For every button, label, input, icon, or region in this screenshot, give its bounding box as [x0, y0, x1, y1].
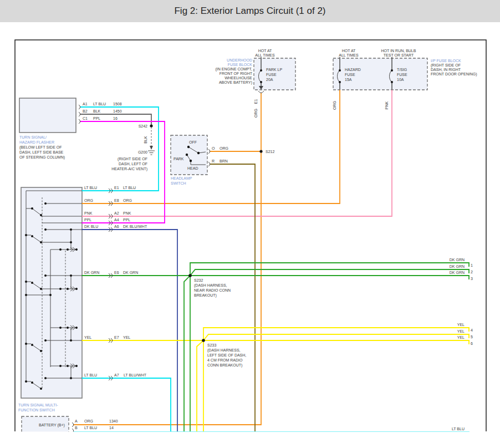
svg-text:E1: E1 — [254, 99, 258, 104]
svg-text:HAZARD: HAZARD — [345, 68, 361, 72]
svg-text:PNK: PNK — [84, 211, 93, 215]
svg-text:BREAKOUT): BREAKOUT) — [194, 293, 217, 298]
svg-text:YEL: YEL — [457, 335, 465, 339]
svg-text:LEFT SIDE OF DASH,: LEFT SIDE OF DASH, — [207, 353, 246, 357]
svg-text:PARK LP: PARK LP — [266, 68, 282, 72]
wiring-diagram: HOT AT ALL TIMES UNDERHOOD FUSE BLOCK (I… — [0, 0, 500, 448]
svg-text:DK BLU/WHT: DK BLU/WHT — [123, 225, 147, 228]
svg-text:20A: 20A — [266, 78, 273, 82]
svg-text:15A: 15A — [345, 78, 352, 82]
svg-text:BRN: BRN — [220, 159, 228, 163]
svg-text:TURN SIGNAL/: TURN SIGNAL/ — [19, 135, 47, 139]
svg-text:4: 4 — [471, 328, 473, 332]
svg-text:A7: A7 — [114, 373, 119, 377]
svg-text:HEADLAMP: HEADLAMP — [171, 176, 192, 180]
svg-text:4 CM FROM RADIO: 4 CM FROM RADIO — [207, 358, 243, 362]
svg-text:ORG: ORG — [333, 101, 336, 110]
svg-text:DASH, LEFT SIDE BASE: DASH, LEFT SIDE BASE — [19, 150, 64, 154]
svg-text:ALL TIMES: ALL TIMES — [339, 53, 359, 57]
svg-text:SWITCH: SWITCH — [171, 181, 186, 185]
svg-text:DASH, LEFT OF: DASH, LEFT OF — [119, 162, 147, 166]
svg-text:S242: S242 — [139, 124, 147, 128]
flasher-box — [19, 98, 76, 133]
svg-text:LT BLU: LT BLU — [84, 373, 97, 377]
svg-text:ORG: ORG — [84, 198, 93, 202]
svg-text:S233: S233 — [207, 343, 216, 347]
wire-dkgrn-down1 — [184, 276, 190, 431]
svg-text:1450: 1450 — [113, 109, 122, 113]
svg-text:6: 6 — [471, 342, 473, 345]
svg-text:CONN BREAKOUT): CONN BREAKOUT) — [207, 363, 242, 368]
svg-text:14: 14 — [109, 426, 114, 430]
svg-text:A6: A6 — [114, 225, 119, 228]
wire-ppl-c1-a4 — [81, 121, 165, 223]
ground-g200-symbol — [148, 146, 155, 155]
svg-text:PPL: PPL — [93, 116, 100, 120]
svg-text:LT BLU: LT BLU — [93, 102, 106, 106]
svg-text:WHEELHOUSE: WHEELHOUSE — [225, 76, 252, 80]
wire-yel-branch2 — [203, 334, 469, 340]
svg-text:G200: G200 — [138, 150, 147, 154]
svg-text:(BELOW LEFT SIDE OF: (BELOW LEFT SIDE OF — [19, 145, 62, 150]
splice-s232-dot — [188, 274, 192, 277]
svg-text:(DASH HARNESS,: (DASH HARNESS, — [194, 283, 227, 288]
svg-text:R: R — [212, 159, 215, 163]
svg-text:(DASH HARNESS,: (DASH HARNESS, — [207, 348, 241, 353]
svg-text:HAZARD FLASHER: HAZARD FLASHER — [19, 140, 54, 144]
svg-text:HOT AT: HOT AT — [342, 49, 356, 53]
svg-text:C1: C1 — [83, 116, 88, 120]
wire-ltblu-a1-e1 — [81, 107, 159, 191]
svg-text:OF STEERING COLUMN): OF STEERING COLUMN) — [19, 155, 65, 160]
svg-text:YEL: YEL — [457, 329, 465, 333]
svg-text:PNK: PNK — [385, 101, 389, 109]
svg-text:FUNCTION SWITCH: FUNCTION SWITCH — [18, 408, 55, 412]
svg-text:1340: 1340 — [109, 419, 118, 423]
svg-text:DK GRN: DK GRN — [450, 264, 465, 268]
svg-text:2: 2 — [471, 270, 473, 274]
svg-text:3: 3 — [471, 277, 473, 281]
splice-s242-dot — [150, 124, 152, 127]
wire-org-main — [74, 93, 261, 425]
wire-yel-down1 — [197, 340, 203, 431]
svg-text:ORG: ORG — [123, 198, 132, 202]
svg-text:LT BLU/WHT: LT BLU/WHT — [124, 373, 147, 377]
wire-dkblu-a6 — [82, 230, 177, 431]
svg-text:HOT IN RUN, BULB: HOT IN RUN, BULB — [381, 49, 416, 53]
svg-text:TEST OR START: TEST OR START — [384, 53, 414, 57]
svg-text:YEL: YEL — [123, 335, 130, 339]
svg-text:10A: 10A — [397, 78, 404, 82]
svg-text:E6: E6 — [114, 271, 119, 274]
svg-text:FUSE: FUSE — [397, 73, 407, 77]
svg-text:ALL TIMES: ALL TIMES — [255, 53, 275, 57]
bottom-cutoff — [0, 432, 500, 448]
svg-text:LT BLU: LT BLU — [84, 426, 97, 430]
svg-text:YEL: YEL — [84, 335, 91, 339]
svg-text:LT BLU: LT BLU — [452, 427, 465, 431]
svg-text:ABOVE BATTERY): ABOVE BATTERY) — [219, 80, 252, 85]
svg-text:B: B — [75, 426, 78, 430]
svg-text:HEAD: HEAD — [187, 166, 198, 170]
svg-text:B2: B2 — [83, 109, 88, 113]
wire-ltblu-a7 — [82, 378, 171, 431]
svg-text:FRONT OF RIGHT: FRONT OF RIGHT — [220, 72, 253, 75]
svg-text:S212: S212 — [266, 150, 274, 154]
svg-text:E1: E1 — [114, 186, 119, 190]
wire-brn-headlamp — [211, 164, 255, 431]
svg-text:FUSE: FUSE — [266, 73, 277, 77]
svg-text:(IN ENGINE COMPT,: (IN ENGINE COMPT, — [215, 67, 252, 72]
splice-s212-dot — [259, 150, 262, 152]
svg-text:LT BLU: LT BLU — [84, 186, 97, 190]
svg-text:FUSE: FUSE — [345, 73, 355, 77]
wire-pnk-tsig — [82, 90, 392, 216]
svg-text:DK GRN: DK GRN — [123, 271, 138, 274]
svg-text:ORG: ORG — [84, 419, 93, 423]
ground-labels: S242 BLK G200 (RIGHT SIDE OF DASH, LEFT … — [111, 124, 147, 171]
svg-text:YEL: YEL — [457, 323, 465, 327]
svg-text:DK GRN: DK GRN — [84, 271, 99, 274]
connector-female-icon — [258, 91, 264, 93]
svg-text:HEATER-A/C VENT): HEATER-A/C VENT) — [111, 167, 147, 171]
svg-text:DK BLU: DK BLU — [84, 225, 98, 228]
svg-text:E8: E8 — [114, 198, 119, 202]
svg-text:BATTERY (B+): BATTERY (B+) — [39, 423, 65, 427]
svg-text:PPL: PPL — [123, 218, 130, 222]
